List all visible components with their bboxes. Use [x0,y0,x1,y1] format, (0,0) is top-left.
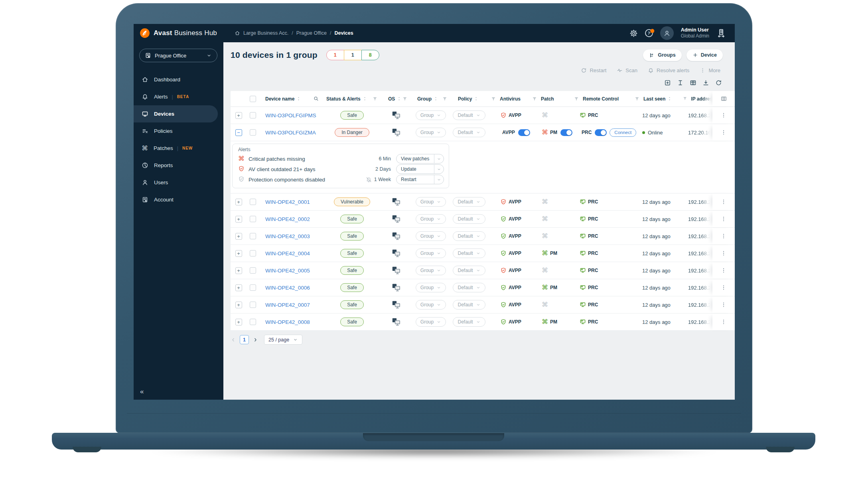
breadcrumb-item[interactable]: Prague Office [296,30,327,36]
policy-dropdown[interactable]: Default [453,231,485,241]
expand-row-button[interactable]: + [235,199,242,205]
filter-funnel-icon[interactable] [491,96,496,102]
row-menu-kebab-icon[interactable] [720,284,727,291]
policy-dropdown[interactable]: Default [453,283,485,292]
remote-control-toggle[interactable] [595,129,607,136]
row-menu-kebab-icon[interactable] [720,129,727,136]
sidebar-collapse-button[interactable]: « [140,388,144,396]
expand-row-button[interactable]: + [235,302,242,308]
sidebar-item-reports[interactable]: Reports [134,157,223,174]
filter-funnel-icon[interactable] [442,96,448,102]
group-dropdown[interactable]: Group [416,266,446,275]
row-menu-kebab-icon[interactable] [720,302,727,308]
expand-row-button[interactable]: + [235,112,242,119]
org-switcher-icon[interactable] [716,28,726,38]
grid-view-icon[interactable] [690,79,696,86]
filter-funnel-icon[interactable] [634,96,640,102]
row-checkbox[interactable] [250,319,256,325]
sidebar-item-patches[interactable]: ⌘Patches|NEW [134,140,223,157]
sidebar-item-account[interactable]: Account [134,191,223,208]
policy-dropdown[interactable]: Default [453,197,485,207]
row-menu-kebab-icon[interactable] [720,199,727,205]
sort-icon[interactable] [667,96,672,101]
group-dropdown[interactable]: Group [416,110,446,120]
policy-dropdown[interactable]: Default [453,110,485,120]
columns-icon[interactable] [720,95,727,102]
page-next-icon[interactable] [253,337,258,343]
toolbar-more[interactable]: More [700,67,720,73]
row-checkbox[interactable] [250,267,256,274]
policy-dropdown[interactable]: Default [453,248,485,258]
sidebar-item-alerts[interactable]: Alerts|BETA [134,88,223,105]
groups-button[interactable]: Groups [643,49,681,61]
page-prev-icon[interactable] [231,337,236,343]
row-menu-kebab-icon[interactable] [720,112,727,118]
breadcrumb-item[interactable]: Large Business Acc. [243,30,288,36]
page-number-button[interactable]: 1 [240,335,249,344]
reload-icon[interactable] [715,79,722,86]
sidebar-item-dashboard[interactable]: Dashboard [134,71,223,88]
row-menu-kebab-icon[interactable] [720,319,727,325]
row-checkbox[interactable] [250,302,256,308]
sidebar-item-policies[interactable]: Policies [134,122,223,140]
group-dropdown[interactable]: Group [416,214,446,224]
toolbar-scan[interactable]: Scan [617,67,637,73]
row-height-icon[interactable] [677,79,684,86]
policy-dropdown[interactable]: Default [453,300,485,310]
sidebar-item-devices[interactable]: Devices [134,105,218,122]
sort-icon[interactable] [362,96,367,101]
group-dropdown[interactable]: Group [416,300,446,310]
group-dropdown[interactable]: Group [416,231,446,241]
row-menu-kebab-icon[interactable] [720,250,727,256]
page-size-select[interactable]: 25 / page [264,335,302,345]
avatar[interactable] [660,26,674,40]
row-checkbox[interactable] [250,216,256,222]
row-checkbox[interactable] [250,199,256,205]
sort-icon[interactable] [473,96,479,101]
policy-dropdown[interactable]: Default [453,214,485,224]
help-icon[interactable]: ? [645,29,653,37]
site-selector[interactable]: Prague Office [139,49,217,62]
alert-action-button[interactable]: Restart [396,175,444,184]
device-name-link[interactable]: WIN-OPE42_0007 [265,302,310,308]
expand-row-button[interactable]: + [235,233,242,240]
search-icon[interactable] [313,96,319,102]
row-menu-kebab-icon[interactable] [720,267,727,274]
expand-row-button[interactable]: + [235,284,242,291]
row-checkbox[interactable] [250,129,256,136]
alert-action-button[interactable]: Update [396,164,444,174]
row-menu-kebab-icon[interactable] [720,216,727,222]
row-checkbox[interactable] [250,284,256,291]
device-name-link[interactable]: WIN-O3POLFGIZMA [265,130,316,136]
group-dropdown[interactable]: Group [416,248,446,258]
device-name-link[interactable]: WIN-OPE42_0002 [265,216,310,222]
device-name-link[interactable]: WIN-OPE42_0003 [265,233,310,239]
group-dropdown[interactable]: Group [416,128,446,137]
group-dropdown[interactable]: Group [416,317,446,327]
expand-row-button[interactable]: + [235,216,242,223]
expand-row-button[interactable]: + [235,267,242,274]
row-checkbox[interactable] [250,233,256,239]
export-icon[interactable] [702,79,709,86]
add-cell-icon[interactable] [664,79,671,86]
policy-dropdown[interactable]: Default [453,317,485,327]
expand-row-button[interactable]: + [235,250,242,257]
expand-row-button[interactable]: + [235,319,242,325]
device-name-link[interactable]: WIN-OPE42_0004 [265,250,310,256]
select-all-checkbox[interactable] [250,96,256,102]
group-dropdown[interactable]: Group [416,283,446,292]
device-name-link[interactable]: WIN-OPE42_0001 [265,199,310,205]
policy-dropdown[interactable]: Default [453,266,485,275]
filter-funnel-icon[interactable] [532,96,537,102]
row-checkbox[interactable] [250,250,256,256]
row-checkbox[interactable] [250,112,256,118]
toolbar-resolve-alerts[interactable]: Resolve alerts [648,67,689,73]
add-device-button[interactable]: Device [687,49,723,61]
filter-funnel-icon[interactable] [683,96,687,102]
policy-dropdown[interactable]: Default [453,128,485,137]
group-dropdown[interactable]: Group [416,197,446,207]
collapse-row-button[interactable]: − [235,129,242,136]
filter-funnel-icon[interactable] [402,96,408,102]
filter-funnel-icon[interactable] [372,96,378,102]
settings-gear-icon[interactable] [629,29,638,37]
